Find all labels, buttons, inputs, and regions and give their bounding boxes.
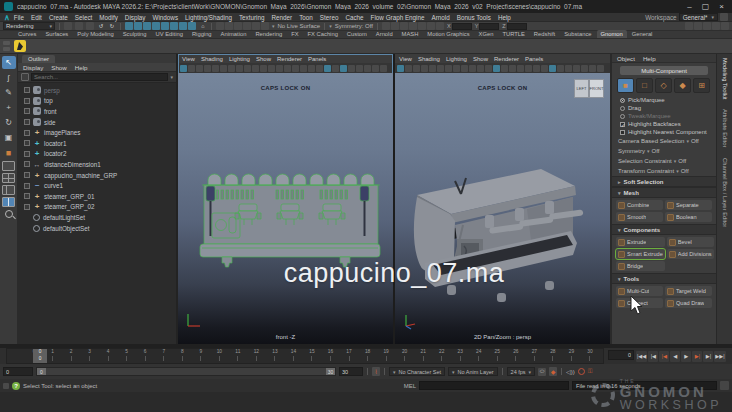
panel-toolbar-icon[interactable]	[372, 65, 379, 72]
light-editor-icon[interactable]	[418, 22, 426, 30]
outliner-item-front[interactable]: front	[24, 106, 176, 117]
pane-outliner-layout-button[interactable]	[2, 185, 15, 195]
panel-toolbar-icon[interactable]	[549, 65, 556, 72]
panel-toolbar-icon[interactable]	[228, 65, 235, 72]
snap-grid-icon[interactable]	[125, 22, 133, 30]
mel-input[interactable]	[419, 381, 569, 390]
ipr-icon[interactable]	[391, 22, 399, 30]
make-live-icon[interactable]	[170, 22, 178, 30]
open-render-view-icon[interactable]	[225, 22, 233, 30]
expander-icon[interactable]	[24, 161, 30, 167]
outliner-search-input[interactable]	[31, 73, 168, 81]
modeling-toolkit-toggle-icon[interactable]	[685, 22, 693, 30]
outliner-item-steamer_GRP_02[interactable]: +steamer_GRP_02	[24, 202, 176, 213]
checkbox-Highlight Backfaces[interactable]: ✓Highlight Backfaces	[612, 120, 716, 128]
frame-tick-18[interactable]: 18	[365, 349, 371, 363]
object-mode-button[interactable]: ■	[617, 78, 634, 93]
smooth-button[interactable]: Smooth	[616, 212, 663, 222]
toolkit-menu-item[interactable]: Object	[617, 55, 635, 62]
character-set-select[interactable]: ▾ No Character Set	[389, 367, 445, 376]
viewport-menu-item[interactable]: View	[182, 56, 195, 62]
convert-selection-icon[interactable]	[188, 22, 196, 30]
maximize-button[interactable]: ▢	[702, 2, 710, 12]
goto-end-button[interactable]: ▶▶|	[714, 351, 725, 362]
panel-toolbar-icon[interactable]	[340, 65, 347, 72]
scale-tool-button[interactable]: ▣	[2, 131, 16, 144]
zoom-layout-icon[interactable]	[5, 210, 13, 218]
tab-attribute-editor[interactable]: Attribute Editor	[722, 109, 728, 147]
attribute-editor-toggle-icon[interactable]	[694, 22, 702, 30]
range-end-handle[interactable]: 30	[326, 368, 335, 375]
viewport-menu-item[interactable]: Show	[256, 56, 271, 62]
tab-channel-box[interactable]: Channel Box / Layer Editor	[722, 158, 728, 227]
frame-tick-19[interactable]: 19	[383, 349, 389, 363]
expander-icon[interactable]	[24, 87, 30, 93]
separate-button[interactable]: Separate	[665, 200, 712, 210]
viewport-menu-item[interactable]: Shading	[418, 56, 440, 62]
channel-box-toggle-icon[interactable]	[712, 22, 720, 30]
menu-set-selector[interactable]: Rendering ▾	[3, 22, 55, 30]
shelf-tab[interactable]: Arnold	[372, 30, 397, 38]
radio-icon[interactable]	[620, 98, 625, 103]
toolkit-menu-item[interactable]: Help	[643, 55, 656, 62]
gnomon-shelf-button[interactable]	[14, 40, 26, 52]
frame-tick-2[interactable]: 2	[68, 349, 74, 363]
panel-toolbar-icon[interactable]	[509, 65, 516, 72]
panel-toolbar-icon[interactable]	[517, 65, 524, 72]
shelf-tab[interactable]: Sculpting	[119, 30, 151, 38]
frame-tick-9[interactable]: 9	[198, 349, 204, 363]
viewcube-left-face[interactable]: LEFT	[574, 79, 589, 98]
panel-toolbar-icon[interactable]	[356, 65, 363, 72]
workspace-lock-icon[interactable]	[720, 13, 728, 21]
four-pane-layout-button[interactable]	[2, 173, 15, 183]
outliner-item-top[interactable]: top	[24, 96, 176, 107]
frame-tick-27[interactable]: 27	[531, 349, 537, 363]
shelf-tab[interactable]: General	[628, 30, 657, 38]
viewcube-front-face[interactable]: FRONT	[589, 79, 604, 98]
panel-toolbar-icon[interactable]	[429, 65, 436, 72]
viewport-menu-item[interactable]: Lighting	[446, 56, 467, 62]
goto-start-button[interactable]: |◀◀	[636, 351, 647, 362]
set-key-icon[interactable]: ⚿	[588, 368, 593, 375]
workspace-select[interactable]: General* ▾	[679, 13, 718, 21]
z-input[interactable]	[507, 23, 527, 30]
playback-speed-icon[interactable]: ⬭	[538, 368, 546, 376]
shelf-tab[interactable]: Gnomon	[597, 30, 627, 38]
play-backwards-button[interactable]: ◀	[670, 351, 680, 362]
expander-icon[interactable]	[24, 204, 30, 210]
current-frame-indicator[interactable]: 0 0	[33, 349, 47, 363]
panel-toolbar-icon[interactable]	[461, 65, 468, 72]
panel-toolbar-icon[interactable]	[573, 65, 580, 72]
menu-item[interactable]: Edit	[31, 14, 42, 21]
shelf-tab[interactable]: XGen	[475, 30, 498, 38]
paint-select-tool-button[interactable]: ✎	[2, 86, 16, 99]
radio-Drag[interactable]: Drag	[612, 104, 716, 112]
maya-home-icon[interactable]: ∧	[4, 13, 10, 22]
radio-Pick/Marquee[interactable]: Pick/Marquee	[612, 96, 716, 104]
anim-layer-select[interactable]: ▾ No Anim Layer	[448, 367, 498, 376]
menu-item[interactable]: Display	[125, 14, 146, 21]
face-mode-button[interactable]: ◆	[674, 78, 691, 93]
script-editor-icon[interactable]	[720, 381, 729, 390]
expander-icon[interactable]	[24, 98, 30, 104]
undo-icon[interactable]: ↺	[97, 22, 105, 30]
move-tool-button[interactable]: +	[2, 101, 16, 114]
panel-toolbar-icon[interactable]	[180, 65, 187, 72]
outliner-menu-item[interactable]: Help	[75, 64, 88, 71]
menu-item[interactable]: Texturing	[239, 14, 265, 21]
panel-toolbar-icon[interactable]	[284, 65, 291, 72]
shelf-tab[interactable]: FX	[287, 30, 302, 38]
viewport-menu-item[interactable]: Panels	[525, 56, 543, 62]
expander-icon[interactable]	[24, 193, 30, 199]
shelf-tab[interactable]: Curves	[14, 30, 40, 38]
fps-select[interactable]: 24 fps ▾	[507, 367, 536, 376]
new-scene-icon[interactable]	[64, 22, 72, 30]
panel-toolbar-icon[interactable]	[597, 65, 604, 72]
tab-modeling-toolkit[interactable]: Modeling Toolkit	[722, 58, 728, 99]
add-divisions-button[interactable]: Add Divisions	[667, 249, 714, 259]
panel-toolbar-icon[interactable]	[501, 65, 508, 72]
panel-toolbar-icon[interactable]	[453, 65, 460, 72]
frame-tick-30[interactable]: 30	[587, 349, 593, 363]
frame-tick-26[interactable]: 26	[513, 349, 519, 363]
section-Components[interactable]: ▾Components	[612, 224, 716, 235]
